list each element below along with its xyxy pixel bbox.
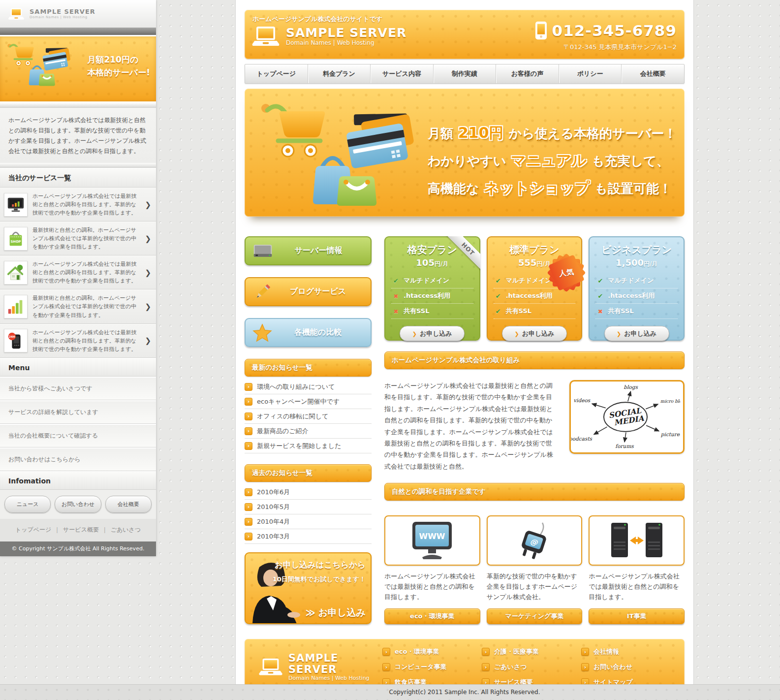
feature-compare-label: 各機能の比較 [272, 327, 364, 338]
footer-link-label: 介護・医療事業 [494, 647, 539, 656]
popular-badge: 人気 [553, 259, 580, 286]
www-monitor-icon: WWW [384, 515, 480, 566]
nav-item-top[interactable]: トップページ [245, 64, 308, 83]
it-business-button[interactable]: IT事業 [589, 608, 685, 624]
nav-item-policy[interactable]: ポリシー [559, 64, 622, 83]
archive-news-list: 2010年6月 2010年5月 2010年4月 2010年3月 [245, 485, 372, 544]
sidebar-service-item[interactable]: 24H ホームページサンプル株式会社では最新技術と自然との調和を目指します。革新… [0, 324, 156, 358]
sidebar-service-item[interactable]: ホームページサンプル株式会社では最新技術と自然との調和を目指します。革新的な技術… [0, 188, 156, 222]
laptop-logo-icon [251, 26, 280, 47]
archive-item[interactable]: 2010年3月 [245, 529, 372, 544]
sidebar-menu-item[interactable]: お問い合わせはこちらから [0, 447, 156, 471]
footer-link-service[interactable]: サービス概要 [51, 526, 99, 533]
page-copyright: Copyright(c) 2011 Sample Inc. All Rights… [235, 685, 694, 700]
bar-chart-icon [4, 295, 28, 318]
hero-line1-post: から使える本格的サーバー！ [509, 126, 677, 141]
chevron-right-icon: ❯ [145, 268, 152, 277]
archive-item[interactable]: 2010年6月 [245, 485, 372, 500]
latest-news-heading: 最新のお知らせ一覧 [245, 359, 372, 377]
footer-link[interactable]: ごあいさつ [482, 663, 581, 671]
sidebar-logo[interactable]: SAMPLE SERVER Domain Names | Web Hosting [0, 0, 156, 28]
news-item[interactable]: オフィスの移転に関して [245, 409, 372, 424]
signup-banner[interactable]: お申し込みはこちらから 10日間無料でお試しできます！ ≫お申し込み [245, 552, 372, 624]
footer-link-label: お問い合わせ [593, 663, 632, 671]
sidebar-service-item[interactable]: SHOP 最新技術と自然との調和。ホームページサンプル株式会社では革新的な技術で… [0, 222, 156, 255]
archive-item-label: 2010年6月 [257, 488, 290, 497]
chevron-right-icon [382, 663, 390, 671]
sidebar-promo-banner[interactable]: 月額210円の 本格的サーバー! [0, 35, 156, 103]
signup-cta-button[interactable]: ≫お申し込み [306, 606, 366, 619]
service-item-text: 最新技術と自然との調和。ホームページサンプル株式会社では革新的な技術で世の中を動… [32, 226, 140, 251]
footer-link[interactable]: 会社情報 [581, 647, 681, 656]
plan-card-budget: HOT 格安プラン 105円/月 マルチドメイン .htaccess利用 共有S… [384, 236, 480, 341]
blog-service-button[interactable]: ブログサービス [245, 277, 372, 306]
feature-label: .htaccess利用 [506, 291, 553, 300]
archive-item[interactable]: 2010年4月 [245, 514, 372, 529]
news-item[interactable]: 最新商品のご紹介 [245, 424, 372, 439]
chevron-right-icon [514, 330, 522, 337]
page-copyright-bar: Copyright(c) 2011 Sample Inc. All Rights… [0, 684, 780, 700]
footer-link[interactable]: 介護・医療事業 [482, 647, 581, 656]
site-logo-subtitle: Domain Names | Web Hosting [286, 39, 406, 46]
nav-item-services[interactable]: サービス内容 [370, 64, 433, 83]
footer-link-top[interactable]: トップページ [15, 526, 51, 533]
nav-item-voices[interactable]: お客様の声 [496, 64, 559, 83]
feature-label: 共有SSL [608, 307, 633, 316]
servers-sync-icon [589, 515, 685, 566]
sidebar-service-item[interactable]: 最新技術と自然との調和。ホームページサンプル株式会社では革新的な技術で世の中を動… [0, 289, 156, 323]
star-icon [252, 323, 272, 342]
footer-link[interactable]: お問い合わせ [581, 663, 681, 671]
hero-line3-highlight: ネットショップ [484, 178, 590, 198]
sidebar-menu-item[interactable]: サービスの詳細を解説しています [0, 400, 156, 424]
latest-news-list: 環境への取り組みについて ecoキャンペーン開催中です オフィスの移転に関して … [245, 380, 372, 453]
feature-label: .htaccess利用 [404, 291, 450, 300]
divider [0, 163, 156, 168]
monitor-chart-icon [4, 193, 28, 217]
sidebar-service-item[interactable]: ホームページサンプル株式会社では最新技術と自然との調和を目指します。革新的な技術… [0, 255, 156, 289]
chevron-right-icon [245, 398, 252, 406]
contact-button[interactable]: お問い合わせ [55, 496, 101, 513]
svg-text:micro bloging: micro bloging [660, 399, 680, 404]
archive-item-label: 2010年4月 [257, 517, 290, 526]
footer-link[interactable]: コンピュータ事業 [382, 663, 482, 671]
double-chevron-icon: ≫ [306, 607, 315, 618]
sidebar-menu-item[interactable]: 当社から皆様へごあいさつです [0, 377, 156, 400]
feature-compare-button[interactable]: 各機能の比較 [245, 318, 372, 347]
pricing-plans: HOT 格安プラン 105円/月 マルチドメイン .htaccess利用 共有S… [384, 236, 685, 341]
apply-button[interactable]: お申し込み [502, 326, 567, 341]
harmony-heading: 自然との調和を目指す企業です [384, 483, 685, 501]
sidebar-menu-item[interactable]: 当社の会社概要について確認する [0, 424, 156, 447]
hero-line2-highlight: マニュアル [511, 151, 587, 171]
apply-button[interactable]: お申し込み [604, 326, 669, 341]
nav-item-works[interactable]: 制作実績 [433, 64, 496, 83]
harmony-card-text: ホームページサンプル株式会社では最新技術と自然との調和を目指します。 [589, 572, 685, 602]
service-item-text: 最新技術と自然との調和。ホームページサンプル株式会社では革新的な技術で世の中を動… [32, 294, 140, 319]
archive-item[interactable]: 2010年5月 [245, 500, 372, 514]
eco-business-button[interactable]: eco・環境事業 [384, 608, 480, 624]
sidebar-panel: SAMPLE SERVER Domain Names | Web Hosting… [0, 0, 156, 556]
main-page: ホームページサンプル株式会社のサイトです SAMPLE SERVER Domai… [235, 0, 694, 684]
company-button[interactable]: 会社概要 [105, 496, 152, 513]
nav-item-company[interactable]: 会社概要 [621, 64, 684, 83]
news-item[interactable]: 環境への取り組みについて [245, 380, 372, 394]
feature-status-icon [495, 291, 502, 300]
pencil-icon [252, 282, 272, 302]
initiatives-heading: ホームページサンプル株式会社の取り組み [384, 351, 685, 369]
apply-button[interactable]: お申し込み [400, 326, 465, 341]
hero-banner: 月額210円から使える本格的サーバー！ わかりやすいマニュアルも充実して、 高機… [245, 89, 685, 217]
plan-price: 555 [518, 257, 537, 268]
feature-status-icon [392, 291, 400, 300]
hero-line1-pre: 月額 [428, 126, 453, 141]
footer-link-greeting[interactable]: ごあいさつ [99, 526, 141, 533]
news-item[interactable]: 新規サービスを開始しました [245, 439, 372, 453]
news-button[interactable]: ニュース [4, 496, 51, 513]
nav-item-pricing[interactable]: 料金プラン [308, 64, 371, 83]
server-info-button[interactable]: サーバー情報 [245, 236, 372, 265]
site-logo[interactable]: SAMPLE SERVER Domain Names | Web Hosting [251, 26, 406, 47]
service-item-text: ホームページサンプル株式会社では最新技術と自然との調和を目指します。革新的な技術… [32, 260, 140, 285]
archive-news-heading: 過去のお知らせ一覧 [245, 464, 372, 482]
footer-link[interactable]: eco・環境事業 [382, 647, 482, 656]
footer-logo[interactable]: SAMPLE SERVER Domain Names | Web Hosting [258, 653, 382, 681]
news-item[interactable]: ecoキャンペーン開催中です [245, 394, 372, 409]
marketing-business-button[interactable]: マーケティング事業 [487, 608, 583, 624]
